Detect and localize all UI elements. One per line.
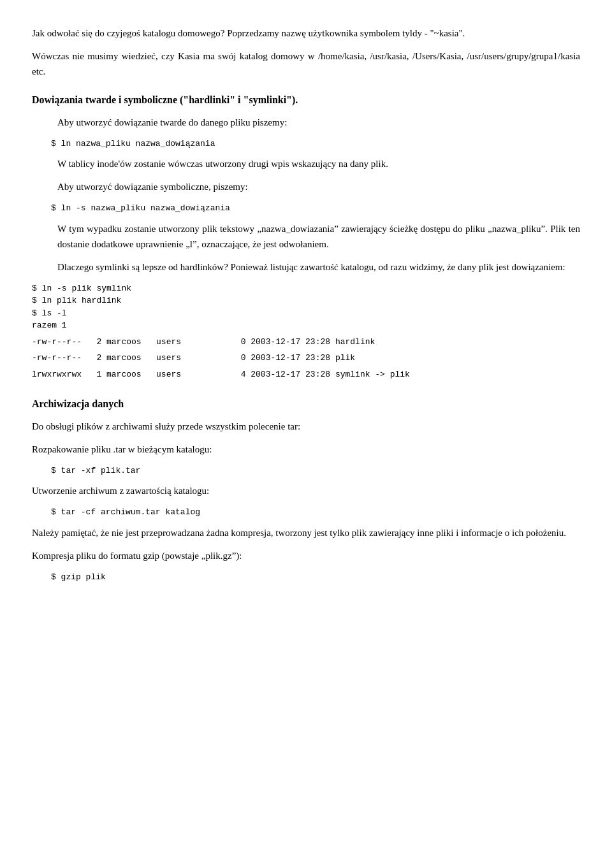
hardlinks-section: Dowiązania twarde i symboliczne ("hardli… [32,92,580,380]
intro-section: Jak odwołać się do czyjegoś katalogu dom… [32,25,580,79]
hardlinks-para3: Aby utworzyć dowiązanie symboliczne, pis… [57,179,580,194]
hardlinks-code2: $ ln -s nazwa_pliku nazwa_dowiązania [51,202,580,215]
archiwizacja-code1: $ tar -xf plik.tar [51,465,580,477]
hardlinks-para1: Aby utworzyć dowiązanie twarde do danego… [57,115,580,130]
archiwizacja-heading: Archiwizacja danych [32,396,580,412]
hardlinks-heading: Dowiązania twarde i symboliczne ("hardli… [32,92,580,108]
archiwizacja-para3: Utworzenie archiwum z zawartością katalo… [32,483,580,498]
intro-line2: Wówczas nie musimy wiedzieć, czy Kasia m… [32,48,580,79]
archiwizacja-section: Archiwizacja danych Do obsługi plików z … [32,396,580,583]
ls-output-block: $ ln -s plik symlink $ ln plik hardlink … [32,282,580,381]
hardlinks-para2-text: W tablicy inode'ów zostanie wówczas utwo… [57,159,388,169]
ls-commands: $ ln -s plik symlink $ ln plik hardlink … [32,282,580,332]
hardlinks-para5: Dlaczego symlinki są lepsze od hardlinkó… [57,259,580,275]
hardlinks-code1: $ ln nazwa_pliku nazwa_dowiązania [51,138,580,150]
ls-row2: -rw-r--r-- 2 marcoos users 0 2003-12-17 … [32,352,580,365]
archiwizacja-para2: Rozpakowanie pliku .tar w bieżącym katal… [32,442,580,457]
archiwizacja-code2: $ tar -cf archiwum.tar katalog [51,506,580,519]
archiwizacja-para5: Kompresja pliku do formatu gzip (powstaj… [32,548,580,563]
hardlinks-para4: W tym wypadku zostanie utworzony plik te… [57,221,580,252]
archiwizacja-para4: Należy pamiętać, że nie jest przeprowadz… [32,525,580,540]
intro-line1: Jak odwołać się do czyjegoś katalogu dom… [32,25,580,41]
hardlinks-para2: W tablicy inode'ów zostanie wówczas utwo… [57,156,580,171]
archiwizacja-code3: $ gzip plik [51,571,580,584]
ls-row3: lrwxrwxrwx 1 marcoos users 4 2003-12-17 … [32,368,580,381]
archiwizacja-para1: Do obsługi plików z archiwami służy prze… [32,419,580,434]
page-content: Jak odwołać się do czyjegoś katalogu dom… [32,25,580,583]
ls-row1: -rw-r--r-- 2 marcoos users 0 2003-12-17 … [32,336,580,349]
